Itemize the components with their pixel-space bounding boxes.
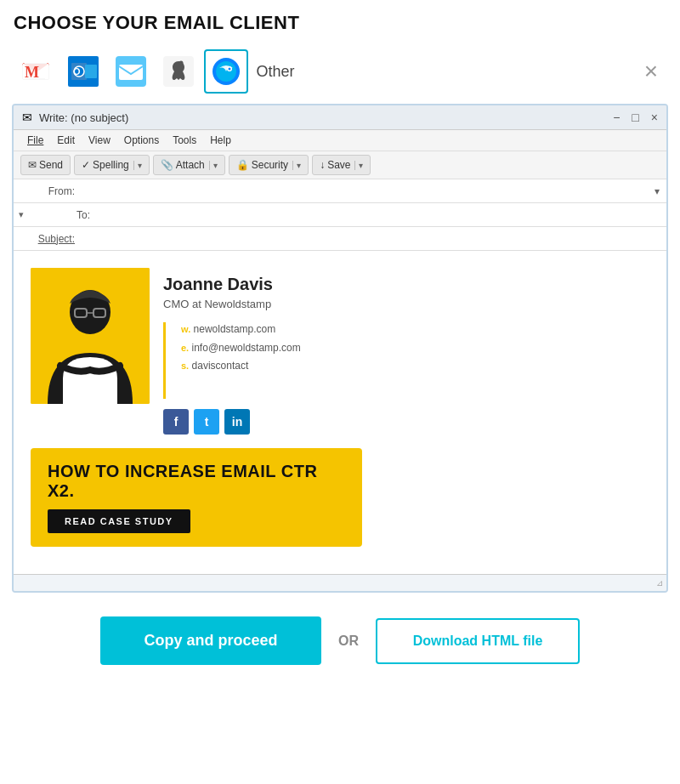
person-silhouette <box>31 268 150 404</box>
gmail-client-icon[interactable]: M <box>14 49 58 94</box>
menubar: File Edit View Options Tools Help <box>14 130 666 151</box>
to-input[interactable] <box>97 206 666 224</box>
save-dropdown-arrow[interactable]: ▾ <box>354 161 363 170</box>
signature-info: Joanne Davis CMO at Newoldstamp w. newol… <box>163 268 301 435</box>
save-button[interactable]: ↓ Save ▾ <box>312 155 371 175</box>
website-value: newoldstamp.com <box>194 323 276 335</box>
copy-proceed-button[interactable]: Copy and proceed <box>100 616 321 665</box>
to-label: To: <box>29 206 97 224</box>
skype-value: daviscontact <box>192 360 249 372</box>
send-button[interactable]: ✉ Send <box>20 155 71 175</box>
svg-rect-6 <box>85 65 97 78</box>
from-field: From: ▾ <box>14 179 666 203</box>
sig-contact-list: w. newoldstamp.com e. info@newoldstamp.c… <box>181 321 301 399</box>
social-icons: f t in <box>163 409 301 435</box>
security-dropdown-arrow[interactable]: ▾ <box>292 161 301 170</box>
download-html-button[interactable]: Download HTML file <box>376 618 580 664</box>
sig-name: Joanne Davis <box>163 275 301 294</box>
twitter-icon[interactable]: t <box>194 409 219 435</box>
svg-point-11 <box>179 61 184 65</box>
sig-title: CMO at Newoldstamp <box>163 298 301 310</box>
compose-footer: ⊿ <box>14 574 666 591</box>
attach-dropdown-arrow[interactable]: ▾ <box>209 161 218 170</box>
compose-toolbar: ✉ Send ✓ Spelling ▾ 📎 Attach ▾ 🔒 Securit… <box>14 151 666 179</box>
security-icon: 🔒 <box>236 159 249 171</box>
or-separator: OR <box>338 633 359 649</box>
other-label: Other <box>256 63 294 81</box>
skype-label: s. <box>181 361 189 371</box>
website-label: w. <box>181 324 190 334</box>
from-label: From: <box>14 182 82 201</box>
apple-mail-icon <box>163 56 194 87</box>
subject-input[interactable] <box>82 230 666 248</box>
thunderbird-icon <box>211 56 241 87</box>
spelling-dropdown-arrow[interactable]: ▾ <box>133 161 142 170</box>
from-dropdown-arrow[interactable]: ▾ <box>648 182 666 201</box>
menu-help[interactable]: Help <box>203 133 238 148</box>
facebook-icon[interactable]: f <box>163 409 189 435</box>
maximize-button[interactable]: □ <box>632 111 638 124</box>
signature-photo <box>31 268 150 404</box>
apple-mail-client-icon[interactable] <box>156 49 201 94</box>
sig-website: w. newoldstamp.com <box>181 321 301 339</box>
security-label: Security <box>252 159 288 171</box>
outlook-client-icon[interactable]: O <box>61 49 105 94</box>
spelling-label: Spelling <box>93 159 129 171</box>
sig-email: e. info@newoldstamp.com <box>181 339 301 358</box>
gmail-icon: M <box>20 56 51 87</box>
email-body: Joanne Davis CMO at Newoldstamp w. newol… <box>14 251 666 574</box>
svg-text:O: O <box>73 66 81 77</box>
menu-tools[interactable]: Tools <box>166 133 203 148</box>
titlebar: ✉ Write: (no subject) − □ × <box>14 105 666 130</box>
save-icon: ↓ <box>320 159 325 171</box>
banner-title: HOW TO INCREASE EMAIL CTR X2. <box>48 462 345 501</box>
menu-file[interactable]: File <box>20 133 50 148</box>
menu-view[interactable]: View <box>82 133 117 148</box>
svg-text:M: M <box>25 64 39 81</box>
svg-point-15 <box>229 68 231 71</box>
header: CHOOSE YOUR EMAIL CLIENT <box>0 0 680 43</box>
send-label: Send <box>39 159 63 171</box>
to-expand-icon[interactable]: ▾ <box>14 206 29 224</box>
mail-client-icon[interactable] <box>109 49 153 94</box>
linkedin-icon[interactable]: in <box>224 409 250 435</box>
menu-options[interactable]: Options <box>117 133 166 148</box>
action-bar: Copy and proceed OR Download HTML file <box>0 599 680 682</box>
other-client-option[interactable]: Other <box>252 49 296 94</box>
security-button[interactable]: 🔒 Security ▾ <box>229 155 309 175</box>
subject-label: Subject: <box>14 230 82 248</box>
send-icon: ✉ <box>28 159 37 171</box>
to-field: ▾ To: <box>14 203 666 227</box>
banner-cta[interactable]: READ CASE STUDY <box>48 509 190 533</box>
from-input[interactable] <box>82 182 648 201</box>
window-controls: − □ × <box>613 111 658 124</box>
close-button[interactable]: × <box>636 56 666 87</box>
mail-icon <box>116 56 146 87</box>
attach-button[interactable]: 📎 Attach ▾ <box>153 155 225 175</box>
sig-divider <box>163 322 166 399</box>
subject-field: Subject: <box>14 227 666 251</box>
spelling-icon: ✓ <box>82 159 90 171</box>
email-value: info@newoldstamp.com <box>192 342 301 354</box>
svg-rect-9 <box>119 65 143 80</box>
save-label: Save <box>327 159 350 171</box>
email-label: e. <box>181 343 189 353</box>
compose-icon: ✉ <box>22 111 32 124</box>
spelling-button[interactable]: ✓ Spelling ▾ <box>74 155 150 175</box>
outlook-icon: O <box>68 56 99 87</box>
thunderbird-client-icon[interactable] <box>204 49 248 94</box>
sig-contacts: w. newoldstamp.com e. info@newoldstamp.c… <box>163 321 301 399</box>
compose-window: ✉ Write: (no subject) − □ × File Edit Vi… <box>12 104 668 593</box>
client-selector-row: M O <box>0 43 680 104</box>
minimize-button[interactable]: − <box>613 111 620 124</box>
compose-title: Write: (no subject) <box>39 111 606 124</box>
attach-icon: 📎 <box>161 159 173 171</box>
sig-skype: s. daviscontact <box>181 357 301 376</box>
menu-edit[interactable]: Edit <box>50 133 82 148</box>
attach-label: Attach <box>176 159 205 171</box>
resize-handle[interactable]: ⊿ <box>656 578 663 588</box>
banner: HOW TO INCREASE EMAIL CTR X2. READ CASE … <box>31 448 362 547</box>
signature-card: Joanne Davis CMO at Newoldstamp w. newol… <box>31 268 649 435</box>
page-title: CHOOSE YOUR EMAIL CLIENT <box>14 12 299 34</box>
window-close-button[interactable]: × <box>651 111 658 124</box>
